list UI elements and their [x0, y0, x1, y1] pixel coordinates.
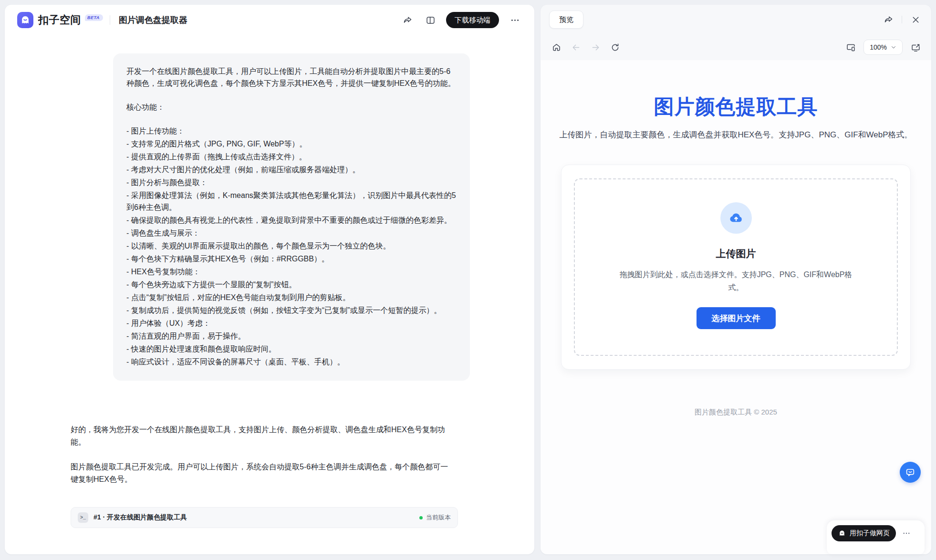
coze-ghost-icon [838, 529, 846, 538]
zoom-value: 100% [870, 43, 887, 51]
page-subtitle: 上传图片，自动提取主要颜色，生成调色盘并获取HEX色号。支持JPG、PNG、GI… [558, 128, 915, 142]
list-item: - 图片分析与颜色提取： [126, 176, 457, 188]
cloud-upload-icon [728, 210, 744, 226]
share-icon [884, 15, 894, 25]
status-dot-icon [419, 516, 423, 519]
refresh-button[interactable] [608, 40, 622, 54]
share-button[interactable] [881, 12, 895, 27]
choose-file-button[interactable]: 选择图片文件 [697, 307, 776, 329]
page-footer: 图片颜色提取工具 © 2025 [541, 408, 931, 417]
chat-panel: 扣子空间 BETA 图片调色盘提取器 下载移动端 开发一个在线图片颜色提取工具，… [5, 5, 534, 554]
split-view-button[interactable] [423, 13, 437, 27]
refresh-icon [610, 42, 620, 52]
list-item: - HEX色号复制功能： [126, 266, 457, 278]
version-status: 当前版本 [419, 513, 451, 522]
list-item: - 响应式设计，适应不同设备的屏幕尺寸（桌面、平板、手机）。 [126, 356, 457, 368]
open-external-button[interactable] [908, 40, 923, 54]
user-message-heading: 核心功能： [126, 101, 457, 113]
close-icon [911, 15, 921, 25]
list-item: - 用户体验（UX）考虑： [126, 317, 457, 329]
list-item: - 每个色块旁边或下方提供一个显眼的“复制”按钮。 [126, 279, 457, 290]
chat-bubble-icon [905, 467, 915, 477]
list-item: - 点击“复制”按钮后，对应的HEX色号能自动复制到用户的剪贴板。 [126, 291, 457, 303]
upload-heading: 上传图片 [586, 247, 885, 260]
device-preview-button[interactable] [843, 40, 858, 54]
upload-icon-circle [720, 202, 752, 234]
list-item: - 快速的图片处理速度和颜色提取响应时间。 [126, 343, 457, 355]
header-divider [110, 15, 110, 25]
zoom-select[interactable]: 100% [863, 40, 903, 55]
feedback-chat-button[interactable] [900, 462, 921, 483]
brand-name: 扣子空间 [38, 13, 81, 27]
made-with-coze-widget: 用扣子做网页 [827, 520, 925, 554]
list-item: - 每个色块下方精确显示其HEX色号（例如：#RRGGBB）。 [126, 253, 457, 265]
header-divider [902, 16, 902, 23]
list-item: - 采用图像处理算法（例如，K-means聚类算法或其他色彩量化算法），识别图片… [126, 189, 457, 213]
preview-page: 图片颜色提取工具 上传图片，自动提取主要颜色，生成调色盘并获取HEX色号。支持J… [541, 60, 931, 554]
list-item: - 简洁直观的用户界面，易于操作。 [126, 330, 457, 342]
version-status-label: 当前版本 [426, 513, 451, 522]
list-item: - 复制成功后，提供简短的视觉反馈（例如，按钮文字变为“已复制”或显示一个短暂的… [126, 304, 457, 316]
user-message-list: - 图片上传功能：- 支持常见的图片格式（JPG, PNG, GIF, WebP… [126, 125, 457, 368]
home-button[interactable] [549, 40, 563, 54]
user-message-paragraph: 开发一个在线图片颜色提取工具，用户可以上传图片，工具能自动分析并提取图片中最主要… [126, 65, 457, 89]
share-button[interactable] [400, 13, 415, 27]
coze-logo-icon [17, 12, 33, 28]
assistant-paragraph: 好的，我将为您开发一个在线图片颜色提取工具，支持图片上传、颜色分析提取、调色盘生… [71, 424, 453, 448]
device-preview-icon [846, 42, 856, 52]
more-button[interactable] [508, 13, 522, 27]
brand-home-link[interactable]: 扣子空间 BETA [17, 12, 103, 28]
share-icon [403, 15, 413, 25]
more-dots-icon [510, 15, 520, 25]
version-label: #1 · 开发在线图片颜色提取工具 [94, 513, 187, 522]
preview-header-actions [881, 12, 923, 27]
list-item: - 提供直观的上传界面（拖拽上传或点击选择文件）。 [126, 151, 457, 163]
preview-panel: 预览 [541, 5, 931, 554]
coze-space-app: 扣子空间 BETA 图片调色盘提取器 下载移动端 开发一个在线图片颜色提取工具，… [0, 0, 936, 560]
list-item: - 考虑对大尺寸图片的优化处理（例如，前端压缩或服务器端处理）。 [126, 164, 457, 176]
tab-preview[interactable]: 预览 [549, 10, 583, 29]
browser-toolbar: 100% [541, 34, 931, 60]
make-page-label: 用扣子做网页 [850, 529, 890, 538]
user-message-bubble: 开发一个在线图片颜色提取工具，用户可以上传图片，工具能自动分析并提取图片中最主要… [113, 53, 470, 381]
upload-hint: 拖拽图片到此处，或点击选择文件。支持JPG、PNG、GIF和WebP格式。 [615, 268, 856, 294]
list-item: - 调色盘生成与展示： [126, 227, 457, 239]
chevron-down-icon [891, 44, 896, 50]
browser-nav [549, 40, 622, 54]
back-button[interactable] [569, 40, 583, 54]
home-icon [551, 42, 562, 52]
assistant-paragraph: 图片颜色提取工具已开发完成。用户可以上传图片，系统会自动提取5-6种主色调并生成… [71, 461, 453, 486]
list-item: - 支持常见的图片格式（JPG, PNG, GIF, WebP等）。 [126, 138, 457, 150]
chat-header: 扣子空间 BETA 图片调色盘提取器 下载移动端 [5, 5, 534, 35]
widget-more-button[interactable] [900, 525, 913, 541]
beta-badge: BETA [85, 14, 103, 21]
close-button[interactable] [908, 12, 923, 27]
forward-icon [591, 42, 601, 52]
upload-card: 上传图片 拖拽图片到此处，或点击选择文件。支持JPG、PNG、GIF和WebP格… [561, 165, 911, 370]
doc-title: 图片调色盘提取器 [119, 14, 187, 26]
list-item: - 确保提取的颜色具有视觉上的代表性，避免提取到背景中不重要的颜色或过于细微的色… [126, 214, 457, 226]
browser-tools: 100% [843, 40, 923, 55]
more-dots-icon [902, 529, 911, 538]
assistant-message: 好的，我将为您开发一个在线图片颜色提取工具，支持图片上传、颜色分析提取、调色盘生… [71, 424, 453, 486]
version-bar[interactable]: >_ #1 · 开发在线图片颜色提取工具 当前版本 [71, 507, 458, 528]
preview-header: 预览 [541, 5, 931, 34]
upload-dropzone[interactable]: 上传图片 拖拽图片到此处，或点击选择文件。支持JPG、PNG、GIF和WebP格… [574, 178, 898, 356]
page-title: 图片颜色提取工具 [541, 93, 931, 120]
split-view-icon [426, 15, 436, 25]
back-icon [571, 42, 581, 52]
terminal-icon: >_ [78, 512, 88, 523]
open-external-icon [911, 42, 921, 52]
chat-header-actions: 下载移动端 [400, 12, 522, 28]
list-item: - 以清晰、美观的UI界面展示提取出的颜色，每个颜色显示为一个独立的色块。 [126, 240, 457, 252]
make-page-with-coze-button[interactable]: 用扣子做网页 [832, 525, 896, 541]
download-mobile-button[interactable]: 下载移动端 [446, 12, 499, 28]
forward-button[interactable] [588, 40, 603, 54]
list-item: - 图片上传功能： [126, 125, 457, 137]
